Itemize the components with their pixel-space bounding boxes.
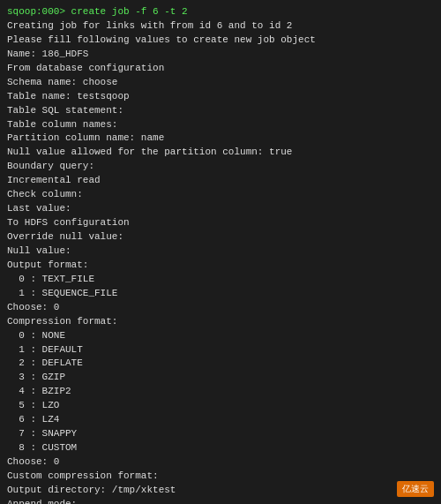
terminal-line: From database configuration <box>7 62 434 76</box>
watermark: 亿速云 <box>397 481 434 498</box>
terminal-line: Choose: 0 <box>7 301 434 315</box>
terminal-line: Boundary query: <box>7 160 434 174</box>
terminal-line: Choose: 0 <box>7 455 434 470</box>
terminal-line: 6 : LZ4 <box>7 413 434 427</box>
terminal-line: Append mode: <box>7 498 434 504</box>
terminal-line: Please fill following values to create n… <box>7 34 434 48</box>
terminal-line: 5 : LZO <box>7 399 434 413</box>
terminal-line: Incremental read <box>7 174 434 188</box>
terminal-line: 7 : SNAPPY <box>7 427 434 441</box>
terminal-line: 0 : TEXT_FILE <box>7 273 434 287</box>
terminal-line: Table column names: <box>7 118 434 132</box>
terminal-line: Output format: <box>7 259 434 273</box>
terminal-line: Override null value: <box>7 230 434 244</box>
terminal-line: Custom compression format: <box>7 470 434 484</box>
terminal-line: 0 : NONE <box>7 329 434 343</box>
terminal-line: Compression format: <box>7 315 434 329</box>
terminal-line: Output directory: /tmp/xktest <box>7 484 434 498</box>
terminal-line: 8 : CUSTOM <box>7 441 434 455</box>
terminal-line: 1 : SEQUENCE_FILE <box>7 287 434 301</box>
terminal-line: Check column: <box>7 188 434 202</box>
terminal-line: 1 : DEFAULT <box>7 343 434 357</box>
terminal-line: Table SQL statement: <box>7 104 434 118</box>
terminal-line: Table name: testsqoop <box>7 90 434 104</box>
terminal-line: Name: 186_HDFS <box>7 48 434 62</box>
terminal-line: Partition column name: name <box>7 132 434 146</box>
terminal-line: Null value allowed for the partition col… <box>7 146 434 160</box>
terminal-line: Creating job for links with from id 6 an… <box>7 19 434 34</box>
terminal-line: Last value: <box>7 202 434 216</box>
terminal-window: sqoop:000> create job -f 6 -t 2Creating … <box>0 0 441 504</box>
terminal-line: 3 : GZIP <box>7 371 434 385</box>
terminal-line: 2 : DEFLATE <box>7 357 434 371</box>
terminal-line: Null value: <box>7 244 434 259</box>
terminal-line: Schema name: choose <box>7 76 434 90</box>
terminal-line: sqoop:000> create job -f 6 -t 2 <box>7 5 434 19</box>
terminal-line: To HDFS configuration <box>7 216 434 230</box>
terminal-line: 4 : BZIP2 <box>7 385 434 399</box>
